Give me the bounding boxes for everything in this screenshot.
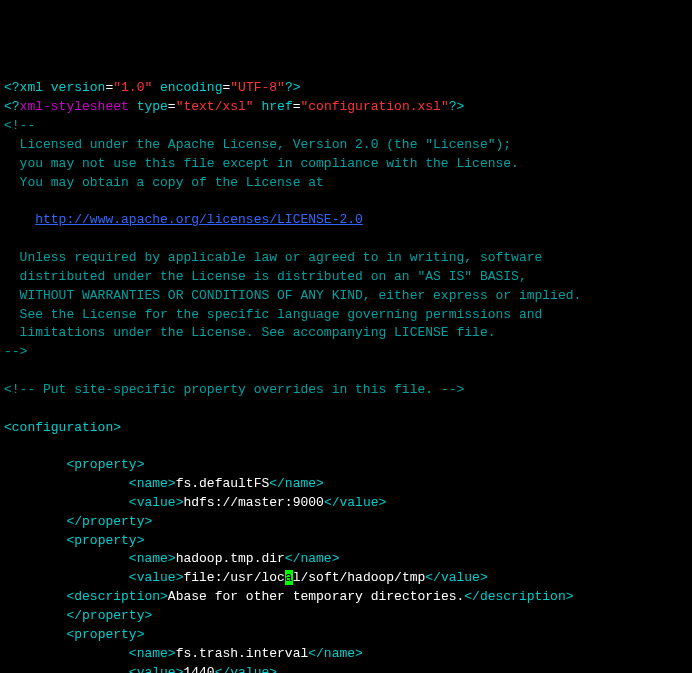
name-close: </name>: [285, 551, 340, 566]
indent: [4, 457, 66, 472]
name-open: <name>: [129, 646, 176, 661]
xml-decl-open: <?: [4, 80, 20, 95]
prop3-value: 1440: [183, 665, 214, 673]
license-line: Unless required by applicable law or agr…: [4, 250, 542, 265]
configuration-open: <configuration>: [4, 420, 121, 435]
value-open: <value>: [129, 495, 184, 510]
comment-close: -->: [4, 344, 27, 359]
license-line: Licensed under the Apache License, Versi…: [4, 137, 511, 152]
site-comment: <!-- Put site-specific property override…: [4, 382, 464, 397]
license-line: you may not use this file except in comp…: [4, 156, 519, 171]
indent: [4, 589, 66, 604]
editor-content[interactable]: <?xml version="1.0" encoding="UTF-8"?> <…: [4, 79, 688, 673]
xml-decl-name: xml: [20, 80, 43, 95]
license-line: WITHOUT WARRANTIES OR CONDITIONS OF ANY …: [4, 288, 581, 303]
prop3-name: fs.trash.interval: [176, 646, 309, 661]
stylesheet-open: <?: [4, 99, 20, 114]
indent: [4, 665, 129, 673]
value-close: </value>: [215, 665, 277, 673]
property-close: </property>: [66, 608, 152, 623]
cursor-position: a: [285, 570, 293, 585]
property-open: <property>: [66, 627, 144, 642]
value-close: </value>: [324, 495, 386, 510]
eq: =: [168, 99, 176, 114]
stylesheet-val-href: "configuration.xsl": [301, 99, 449, 114]
name-close: </name>: [269, 476, 324, 491]
value-open: <value>: [129, 570, 184, 585]
prop1-value: hdfs://master:9000: [183, 495, 323, 510]
indent: [4, 646, 129, 661]
property-close: </property>: [66, 514, 152, 529]
xml-attr-encoding: encoding: [152, 80, 222, 95]
indent: [4, 495, 129, 510]
name-open: <name>: [129, 476, 176, 491]
description-close: </description>: [464, 589, 573, 604]
prop2-name: hadoop.tmp.dir: [176, 551, 285, 566]
license-url[interactable]: http://www.apache.org/licenses/LICENSE-2…: [35, 212, 363, 227]
license-line: distributed under the License is distrib…: [4, 269, 527, 284]
stylesheet-attr-href: href: [254, 99, 293, 114]
prop2-description: Abase for other temporary directories.: [168, 589, 464, 604]
prop2-value-a: file:/usr/loc: [183, 570, 284, 585]
indent: [4, 570, 129, 585]
license-line: See the License for the specific languag…: [4, 307, 542, 322]
comment-open: <!--: [4, 118, 35, 133]
license-line: limitations under the License. See accom…: [4, 325, 495, 340]
indent: [4, 514, 66, 529]
prop1-name: fs.defaultFS: [176, 476, 270, 491]
indent: [4, 608, 66, 623]
value-open: <value>: [129, 665, 184, 673]
eq: =: [293, 99, 301, 114]
prop2-value-b: l/soft/hadoop/tmp: [293, 570, 426, 585]
xml-val-encoding: "UTF-8": [230, 80, 285, 95]
name-open: <name>: [129, 551, 176, 566]
xml-attr-version: version: [43, 80, 105, 95]
license-indent: [4, 212, 35, 227]
value-close: </value>: [425, 570, 487, 585]
xml-val-version: "1.0": [113, 80, 152, 95]
indent: [4, 627, 66, 642]
stylesheet-name: xml-stylesheet: [20, 99, 129, 114]
name-close: </name>: [308, 646, 363, 661]
indent: [4, 533, 66, 548]
property-open: <property>: [66, 533, 144, 548]
xml-decl-close: ?>: [285, 80, 301, 95]
license-line: You may obtain a copy of the License at: [4, 175, 324, 190]
indent: [4, 476, 129, 491]
property-open: <property>: [66, 457, 144, 472]
indent: [4, 551, 129, 566]
description-open: <description>: [66, 589, 167, 604]
stylesheet-val-type: "text/xsl": [176, 99, 254, 114]
stylesheet-close: ?>: [449, 99, 465, 114]
stylesheet-attr-type: type: [129, 99, 168, 114]
